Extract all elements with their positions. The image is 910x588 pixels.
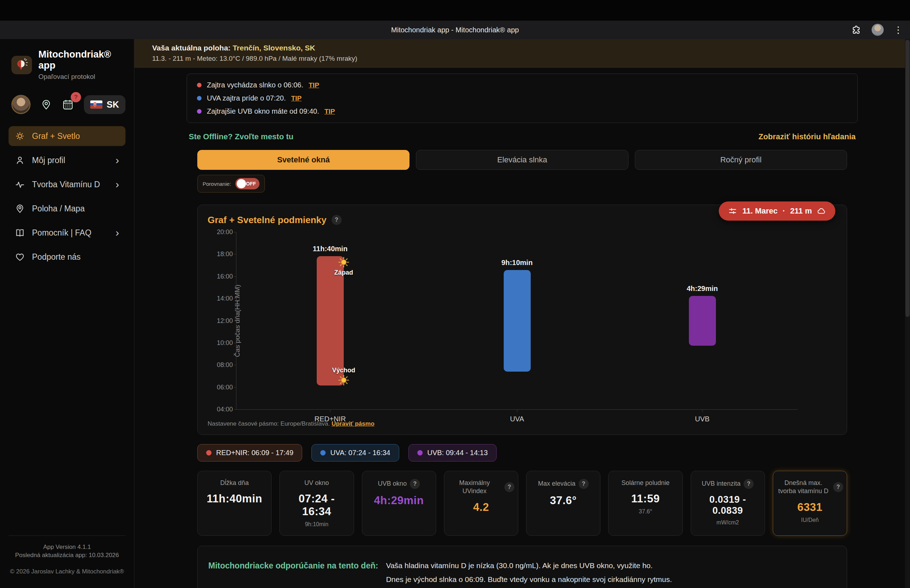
browser-menu-icon[interactable]: ⋮ bbox=[894, 25, 903, 34]
person-icon bbox=[15, 155, 25, 165]
sidebar-item-label: Graf + Svetlo bbox=[32, 131, 80, 141]
brand-text: Mitochondriak® app Opaľovací protokol bbox=[38, 49, 125, 81]
extensions-puzzle-icon[interactable] bbox=[851, 24, 861, 35]
red-dot-icon bbox=[206, 450, 212, 456]
bar-duration-label: 11h:40min bbox=[313, 245, 348, 253]
tip-link[interactable]: TIP bbox=[291, 95, 302, 102]
chart-help-icon[interactable]: ? bbox=[332, 215, 342, 225]
y-tick: 20:00 bbox=[208, 228, 233, 236]
uvb-bar[interactable]: 4h:29min bbox=[689, 296, 716, 346]
y-tick: 16:00 bbox=[208, 273, 233, 280]
location-banner: Vaša aktuálna poloha: Trenčín, Slovensko… bbox=[134, 39, 905, 68]
sidebar-item-poloha-mapa[interactable]: Poloha / Mapa bbox=[8, 199, 125, 218]
scrollbar-thumb[interactable] bbox=[905, 40, 910, 317]
stat-value: 11:59 bbox=[612, 493, 678, 505]
red-nir-bar[interactable]: 11h:40min bbox=[317, 256, 344, 386]
recommendation-line: Dnešný deň hodnotíme: 74/100. Dnes môžet… bbox=[386, 586, 836, 588]
sidebar-item-podporte-nas[interactable]: Podporte nás bbox=[8, 247, 125, 267]
legend-chip-uvb[interactable]: UVB: 09:44 - 14:13 bbox=[408, 444, 497, 462]
language-button[interactable]: SK bbox=[84, 95, 125, 114]
tip-row: UVA zajtra príde o 07:20. TIP bbox=[197, 94, 847, 102]
offline-city-link[interactable]: Ste Offline? Zvoľte mesto tu bbox=[189, 132, 294, 141]
badge-separator: · bbox=[783, 207, 785, 216]
help-icon[interactable]: ? bbox=[410, 479, 420, 489]
tip-text: UVA zajtra príde o 07:20. bbox=[207, 94, 286, 102]
sidebar-item-pomocnik-faq[interactable]: Pomocník | FAQ › bbox=[8, 223, 125, 243]
tab-rocny-profil[interactable]: Ročný profil bbox=[635, 150, 847, 170]
help-icon[interactable]: ? bbox=[579, 479, 589, 489]
stat-card-uv-okno: UV okno 07:24 - 16:34 9h:10min bbox=[279, 471, 354, 536]
activity-icon bbox=[15, 179, 25, 189]
stat-sub: 9h:10min bbox=[283, 521, 350, 528]
sidebar-item-moj-profil[interactable]: Môj profil › bbox=[8, 150, 125, 170]
legend-chip-red-nir[interactable]: RED+NIR: 06:09 - 17:49 bbox=[197, 444, 302, 462]
tab-svetelne-okna[interactable]: Svetelné okná bbox=[197, 150, 410, 170]
recommendation-body: Vaša hladina vitamínu D je nízka (30.0 n… bbox=[386, 559, 836, 588]
browser-profile-avatar[interactable] bbox=[872, 24, 884, 36]
stat-card-uvb-okno: UVB okno ? 4h:29min bbox=[362, 471, 436, 536]
sliders-icon bbox=[728, 207, 737, 216]
desktop-strip bbox=[0, 0, 910, 21]
app-updated: Posledná aktualizácia app: 10.03.2026 bbox=[8, 551, 125, 560]
date-badge[interactable]: 11. Marec · 211 m bbox=[719, 202, 836, 221]
app-name: Mitochondriak® app bbox=[38, 49, 125, 71]
tab-elevacia-slnka[interactable]: Elevácia slnka bbox=[416, 150, 628, 170]
stat-card-uvb-intenzita: UVB intenzita ? 0.0319 - 0.0839 mW/cm2 bbox=[691, 471, 765, 536]
stat-value: 6331 bbox=[777, 501, 843, 514]
scrollbar[interactable] bbox=[905, 39, 910, 588]
help-icon[interactable]: ? bbox=[744, 479, 754, 489]
tip-link[interactable]: TIP bbox=[325, 108, 335, 115]
app-subtitle: Opaľovací protokol bbox=[38, 73, 125, 81]
purple-dot-icon bbox=[417, 450, 423, 456]
blue-dot-icon bbox=[197, 96, 202, 100]
tips-panel: Zajtra vychádza slnko o 06:06. TIP UVA z… bbox=[186, 74, 858, 123]
calendar-button[interactable]: ? bbox=[62, 99, 74, 110]
view-tabs: Svetelné okná Elevácia slnka Ročný profi… bbox=[197, 150, 847, 170]
recommendation-line: Dnes je východ slnka o 06:09. Buďte vted… bbox=[386, 573, 836, 586]
banner-details: 11.3. - 211 m - Meteo: 13.0°C / 989.0 hP… bbox=[152, 55, 905, 63]
banner-location: Trenčín, Slovensko, SK bbox=[233, 44, 315, 52]
browser-titlebar: Mitochondriak app - Mitochondriak® app ⋮ bbox=[0, 21, 910, 39]
help-icon[interactable]: ? bbox=[833, 482, 843, 492]
stat-value: 37.6° bbox=[530, 494, 596, 507]
stat-card-dlzka-dna: Dĺžka dňa 11h:40min bbox=[197, 471, 272, 536]
sidebar-item-tvorba-vitaminu-d[interactable]: Tvorba Vitamínu D › bbox=[8, 174, 125, 194]
stat-value: 4h:29min bbox=[366, 494, 432, 507]
brand: Mitochondriak® app Opaľovací protokol bbox=[8, 49, 125, 81]
search-history-link[interactable]: Zobraziť históriu hľadania bbox=[759, 132, 856, 141]
sidebar-item-label: Pomocník | FAQ bbox=[32, 228, 91, 238]
legend-chip-uva[interactable]: UVA: 07:24 - 16:34 bbox=[311, 444, 399, 462]
main-area: Vaša aktuálna poloha: Trenčín, Slovensko… bbox=[134, 39, 910, 588]
chart-plot: Čas počas dňa(HH:MM) 04:00 06:00 08:00 1… bbox=[236, 232, 798, 410]
help-icon[interactable]: ? bbox=[504, 482, 514, 492]
chevron-right-icon: › bbox=[115, 228, 119, 237]
stat-card-max-elevacia: Max elevácia ? 37.6° bbox=[526, 471, 601, 536]
uva-bar[interactable]: 9h:10min bbox=[504, 270, 531, 372]
compare-toggle[interactable]: OFF bbox=[235, 178, 259, 189]
calendar-help-badge[interactable]: ? bbox=[71, 92, 81, 102]
stat-value: 11h:40min bbox=[201, 493, 268, 505]
sunset-label: Západ bbox=[334, 269, 353, 276]
sun-icon bbox=[15, 131, 25, 141]
user-avatar[interactable] bbox=[11, 95, 31, 114]
stat-card-max-uvindex: Maximálny UVindex ? 4.2 bbox=[444, 471, 518, 536]
tip-link[interactable]: TIP bbox=[309, 81, 319, 89]
bar-column-red-nir: 11h:40min bbox=[317, 232, 344, 409]
stat-sub: 37.6° bbox=[612, 509, 678, 515]
stat-card-tvorba-vitaminu-d: Dnešná max. tvorba vitamínu D ? 6331 IU/… bbox=[773, 471, 847, 536]
sidebar-item-label: Môj profil bbox=[32, 156, 65, 165]
compare-label: Porovnanie: bbox=[202, 181, 231, 187]
chevron-right-icon: › bbox=[115, 180, 119, 189]
sidebar-item-graf-svetlo[interactable]: Graf + Svetlo bbox=[8, 126, 125, 146]
screen: Mitochondriak app - Mitochondriak® app ⋮ bbox=[0, 0, 910, 588]
content-column: Zajtra vychádza slnko o 06:06. TIP UVA z… bbox=[186, 74, 858, 588]
stat-value: 0.0319 - 0.0839 bbox=[695, 494, 761, 516]
sidebar-nav: Graf + Svetlo Môj profil › bbox=[8, 126, 125, 267]
sidebar-item-label: Poloha / Mapa bbox=[32, 204, 84, 213]
badge-date: 11. Marec bbox=[742, 207, 777, 216]
location-pin-icon[interactable] bbox=[40, 99, 52, 110]
tip-text: Zajtra vychádza slnko o 06:06. bbox=[207, 81, 303, 89]
browser-controls: ⋮ bbox=[851, 24, 910, 36]
y-tick: 12:00 bbox=[208, 317, 233, 325]
app-frame: Mitochondriak® app Opaľovací protokol bbox=[0, 39, 910, 588]
